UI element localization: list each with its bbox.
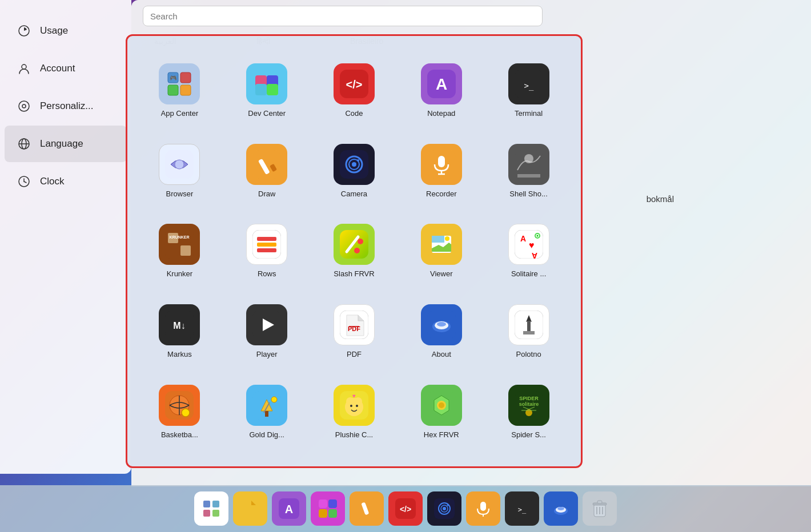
svg-rect-13	[180, 85, 191, 95]
app-item-pdf[interactable]: PDF PDF	[314, 294, 395, 369]
bokmaal-text: bokmål	[647, 194, 674, 204]
app-item-plushie[interactable]: ♥ Plushie C...	[314, 374, 395, 449]
svg-point-34	[357, 159, 359, 162]
svg-point-53	[354, 248, 360, 253]
sidebar-item-clock[interactable]: Clock	[5, 163, 127, 200]
camera-icon	[334, 144, 375, 185]
about-icon	[421, 304, 462, 345]
taskbar-code[interactable]: </>	[388, 491, 423, 526]
rows-icon	[246, 224, 287, 265]
taskbar-draw[interactable]	[350, 491, 384, 526]
slash-frvr-icon	[334, 224, 375, 265]
svg-point-130	[557, 507, 564, 510]
svg-point-33	[352, 162, 356, 167]
svg-text:KRUNKER: KRUNKER	[170, 235, 190, 239]
taskbar-camera[interactable]	[427, 491, 461, 526]
player-icon	[246, 304, 287, 345]
app-center-icon: 🎮	[159, 63, 200, 104]
app-item-draw[interactable]: Draw	[226, 134, 308, 208]
svg-text:🎮: 🎮	[170, 74, 177, 82]
dev-center-label: Dev Center	[248, 109, 286, 118]
svg-rect-27	[252, 150, 281, 179]
svg-text:>_: >_	[518, 506, 527, 514]
taskbar-about[interactable]	[544, 491, 578, 526]
app-item-solitaire[interactable]: A ♥ A Solitaire ...	[488, 214, 569, 289]
app-item-about[interactable]: About	[400, 294, 482, 369]
app-item-recorder[interactable]: Recorder	[400, 134, 482, 208]
app-item-rows[interactable]: Rows	[226, 214, 308, 289]
taskbar-trash[interactable]	[583, 491, 617, 526]
code-label: Code	[345, 109, 363, 118]
svg-text:A: A	[520, 234, 526, 243]
taskbar-notepad[interactable]: A	[272, 491, 306, 526]
sidebar-item-personalize[interactable]: Personaliz...	[5, 88, 127, 124]
viewer-label: Viewer	[430, 269, 453, 278]
search-input[interactable]	[143, 6, 543, 26]
hex-frvr-icon	[421, 385, 462, 426]
svg-rect-106	[212, 510, 219, 517]
gold-dig-label: Gold Dig...	[249, 430, 284, 439]
sidebar-item-usage-label: Usage	[40, 25, 68, 37]
svg-point-3	[22, 104, 26, 108]
svg-point-74	[437, 322, 446, 327]
app-item-terminal[interactable]: >_ Terminal	[488, 53, 569, 128]
svg-text:</>: </>	[400, 505, 411, 514]
app-item-dev-center[interactable]: Dev Center	[226, 53, 308, 128]
app-item-polotno[interactable]: Polotno	[488, 294, 569, 369]
svg-rect-50	[257, 248, 276, 252]
markus-label: Markus	[167, 350, 192, 358]
language-icon	[16, 136, 32, 152]
svg-rect-44	[168, 245, 178, 256]
app-item-app-center[interactable]: 🎮 App Center	[139, 53, 220, 128]
svg-text:A: A	[531, 251, 537, 259]
draw-label: Draw	[258, 190, 275, 198]
app-item-browser[interactable]: Browser	[139, 134, 220, 208]
taskbar-files[interactable]	[233, 491, 267, 526]
app-item-shell-sho[interactable]: Shell Sho...	[488, 134, 569, 208]
svg-point-88	[350, 405, 352, 407]
svg-rect-12	[168, 85, 178, 95]
app-item-code[interactable]: </> Code	[314, 53, 395, 128]
svg-text:A: A	[436, 75, 447, 93]
taskbar-apps[interactable]	[311, 491, 345, 526]
solitaire-icon: A ♥ A	[508, 224, 549, 265]
taskbar-recorder[interactable]	[466, 491, 500, 526]
svg-rect-45	[180, 245, 191, 256]
camera-label: Camera	[341, 190, 367, 198]
usage-icon	[16, 23, 32, 39]
svg-point-40	[524, 154, 533, 163]
svg-point-89	[356, 405, 358, 407]
clock-icon	[16, 174, 32, 190]
krunker-icon: KRUNKER	[159, 224, 200, 265]
svg-rect-105	[203, 510, 210, 517]
basketball-label: Basketba...	[161, 430, 198, 439]
app-item-markus[interactable]: M↓ Markus	[139, 294, 220, 369]
sidebar-item-usage[interactable]: Usage	[5, 13, 127, 49]
hex-frvr-label: Hex FRVR	[424, 430, 459, 439]
svg-line-9	[24, 182, 26, 183]
app-item-spider-s[interactable]: SPIDER solitaire Spider S...	[488, 374, 569, 449]
app-item-gold-dig[interactable]: Gold Dig...	[226, 374, 308, 449]
sidebar-item-account[interactable]: Account	[5, 50, 127, 87]
terminal-icon: >_	[508, 63, 549, 104]
app-item-basketball[interactable]: Basketba...	[139, 374, 220, 449]
gold-dig-icon	[246, 385, 287, 426]
app-item-viewer[interactable]: Viewer	[400, 214, 482, 289]
sidebar-item-language[interactable]: Language	[5, 126, 127, 162]
app-item-slash-frvr[interactable]: Slash FRVR	[314, 214, 395, 289]
app-item-player[interactable]: Player	[226, 294, 308, 369]
app-grid-popup: 🎮 App Center Dev Center </> Code	[126, 34, 583, 468]
terminal-label: Terminal	[515, 109, 543, 118]
app-item-hex-frvr[interactable]: Hex FRVR	[400, 374, 482, 449]
svg-text:>_: >_	[524, 81, 533, 91]
taskbar-grid[interactable]	[194, 491, 228, 526]
svg-text:solitaire: solitaire	[519, 401, 539, 407]
dev-center-icon	[246, 63, 287, 104]
svg-rect-17	[255, 84, 267, 95]
svg-rect-111	[319, 509, 327, 518]
taskbar-terminal[interactable]: >_	[505, 491, 539, 526]
app-item-notepad[interactable]: A Notepad	[400, 53, 482, 128]
solitaire-label: Solitaire ...	[511, 269, 546, 278]
app-item-camera[interactable]: Camera	[314, 134, 395, 208]
app-item-krunker[interactable]: KRUNKER Krunker	[139, 214, 220, 289]
